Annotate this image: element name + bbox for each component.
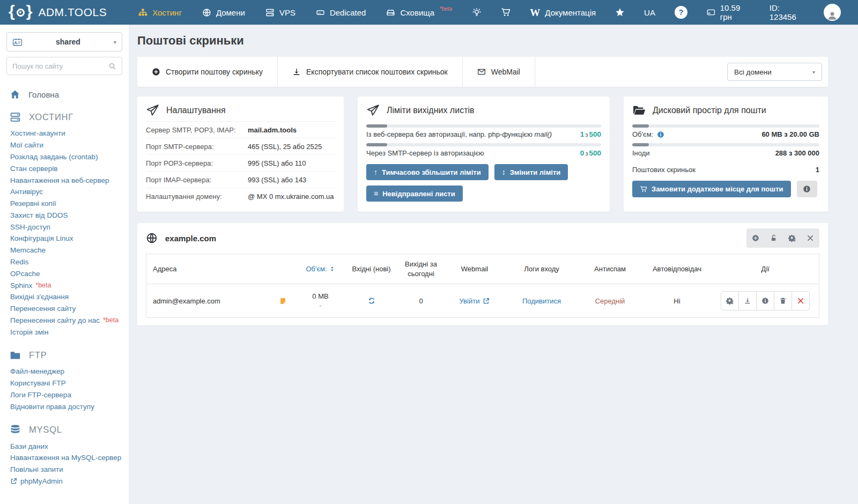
sitemap-icon <box>138 8 147 17</box>
sidebar-item[interactable]: Хостинг-акаунти <box>10 128 122 139</box>
sidebar-item[interactable]: Memcache <box>10 244 122 256</box>
docs-link[interactable]: WДокументація <box>520 0 605 25</box>
top-navbar: { } ADM.TOOLS Хостинг Домени VPS Dedicat… <box>0 0 858 25</box>
mailbox-address: admin@example.com <box>146 284 275 318</box>
info-button[interactable] <box>797 181 817 197</box>
sidebar-item[interactable]: Навантаження на MySQL-сервер <box>10 452 122 464</box>
add-mailbox-button[interactable] <box>746 228 765 248</box>
folder-open-icon <box>632 103 646 117</box>
sidebar-item[interactable]: Перенесення сайту до нас*beta <box>10 315 122 327</box>
balance-button[interactable]: 10.59 грн <box>697 0 760 25</box>
sidebar-item[interactable]: Захист від DDOS <box>10 209 122 221</box>
sidebar-item[interactable]: Бази даних <box>10 440 122 452</box>
webmail-login-link[interactable]: Увійти <box>460 297 490 305</box>
sidebar-item[interactable]: Перенесення сайту <box>10 303 122 315</box>
ftp-links: Файл-менеджер Користувачі FTP Логи FTP-с… <box>10 366 122 412</box>
profile-button[interactable] <box>814 0 850 25</box>
sidebar-item[interactable]: Мої сайти <box>10 139 122 151</box>
webmail-button[interactable]: WebMail <box>463 57 535 87</box>
antispam-level: Середній <box>595 297 625 305</box>
sidebar-item[interactable]: Навантаження на веб-сервер <box>10 174 122 186</box>
search-icon <box>108 62 116 70</box>
envelope-icon <box>477 68 486 76</box>
refresh-icon[interactable] <box>367 297 376 305</box>
favorites-button[interactable] <box>605 0 634 25</box>
language-select[interactable]: UA <box>634 0 665 25</box>
database-icon <box>10 424 21 435</box>
unsent-mail-button[interactable]: ≡Невідправлені листи <box>366 186 463 202</box>
main-nav: Хостинг Домени VPS Dedicated Сховища*bet… <box>128 0 462 25</box>
help-button[interactable]: ? <box>665 0 697 25</box>
credit-card-icon <box>707 8 715 17</box>
account-id-label: ID: 123456 <box>770 3 804 21</box>
sidebar-item[interactable]: phpMyAdmin <box>10 476 122 487</box>
sidebar-item[interactable]: Вихідні з'єднання <box>10 291 122 303</box>
sidebar-item-home[interactable]: Головна <box>10 89 122 100</box>
cart-button[interactable] <box>491 0 520 25</box>
mailbox-download-button[interactable] <box>738 291 757 310</box>
create-mailbox-button[interactable]: Створити поштову скриньку <box>137 57 278 87</box>
setting-row: Налаштування домену:@ MX 0 mx.ukraine.co… <box>146 188 335 204</box>
sidebar-section-hosting: ХОСТИНГ <box>10 112 122 123</box>
nav-vps[interactable]: VPS <box>255 0 306 25</box>
nav-dedicated[interactable]: Dedicated <box>306 0 376 25</box>
plus-circle-icon <box>152 68 160 76</box>
setting-row: Порт IMAP-сервера:993 (SSL) або 143 <box>146 171 335 188</box>
setting-row: Порт SMTP-сервера:465 (SSL), 25 або 2525 <box>146 138 335 154</box>
sidebar-item[interactable]: Антивірус <box>10 186 122 198</box>
plus-circle-icon <box>752 234 759 242</box>
sidebar-item[interactable]: Історія змін <box>10 326 122 338</box>
login-logs-link[interactable]: Подивитися <box>522 297 561 305</box>
disk-card: Дисковий простір для пошти Об'єм: 60 MB … <box>624 97 828 212</box>
sidebar-item[interactable]: Розклад завдань (crontab) <box>10 151 122 163</box>
account-id[interactable]: ID: 123456 <box>760 0 814 25</box>
domain-settings-button[interactable] <box>783 228 801 248</box>
note-icon[interactable] <box>279 297 286 305</box>
sidebar-item[interactable]: Логи FTP-сервера <box>10 389 122 401</box>
mailbox-clear-button[interactable] <box>774 291 792 310</box>
arrow-up-down-icon: ↕ <box>502 168 506 176</box>
mailbox-settings-button[interactable] <box>721 291 739 310</box>
limits-card-title: Ліміти вихідних листів <box>387 106 475 115</box>
sidebar-item[interactable]: OPcache <box>10 268 122 279</box>
sidebar-item[interactable]: SSH-доступ <box>10 221 122 233</box>
sidebar-item[interactable]: Конфігурація Linux <box>10 233 122 244</box>
limit-row: Через SMTP-сервер із авторизацією 0з500 <box>366 143 601 157</box>
server-stack-icon <box>10 112 21 123</box>
disk-inodes-row: Іноди 288 з 300 000 <box>632 143 819 157</box>
change-limits-button[interactable]: ↕Зміни­ти ліміти <box>494 164 568 180</box>
ideas-button[interactable] <box>462 0 491 25</box>
sidebar-item[interactable]: Користувачі FTP <box>10 377 122 389</box>
header-note <box>275 254 297 284</box>
header-actions: Дії <box>712 254 819 284</box>
paper-plane-icon <box>366 103 380 117</box>
adm-tools-logo[interactable]: { } ADM.TOOLS <box>9 4 107 20</box>
sidebar-item[interactable]: Redis <box>10 256 122 268</box>
order-mail-space-button[interactable]: Замовити додаткове місце для пошти <box>632 181 791 197</box>
sidebar-item[interactable]: Повільні запити <box>10 464 122 476</box>
sidebar-item[interactable]: Відновити права доступу <box>10 401 122 412</box>
sidebar-item[interactable]: Стан серверів <box>10 162 122 174</box>
nav-storage[interactable]: Сховища*beta <box>376 0 462 25</box>
mailbox-info-button[interactable] <box>756 291 774 310</box>
account-select[interactable]: shared ▾ <box>6 32 122 51</box>
mailbox-delete-button[interactable] <box>792 291 810 310</box>
increase-limits-button[interactable]: ↑Тимчасово збільшити ліміти <box>366 164 489 180</box>
sidebar-item[interactable]: Sphinx*beta <box>10 279 122 291</box>
close-button[interactable] <box>801 228 819 248</box>
domain-filter-select[interactable]: Всі домени ▾ <box>727 63 822 81</box>
nav-domains[interactable]: Домени <box>192 0 255 25</box>
nav-hosting[interactable]: Хостинг <box>128 0 192 25</box>
globe-icon <box>202 8 211 17</box>
site-search <box>6 57 122 75</box>
sidebar-item[interactable]: Резервні копії <box>10 198 122 210</box>
search-input[interactable] <box>12 62 108 70</box>
sort-by-volume[interactable]: Об'єм: <box>306 264 335 274</box>
unlock-button[interactable] <box>765 228 783 248</box>
info-icon <box>803 185 811 193</box>
export-mailboxes-button[interactable]: Експортувати список поштових скриньок <box>278 57 463 87</box>
sidebar-item[interactable]: Файл-менеджер <box>10 366 122 377</box>
setting-row: Порт POP3-сервера:995 (SSL) або 110 <box>146 154 335 171</box>
beta-badge: *beta <box>35 281 51 289</box>
info-icon[interactable] <box>657 131 664 138</box>
